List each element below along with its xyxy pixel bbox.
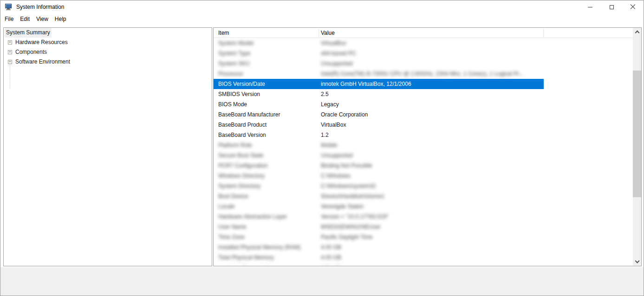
category-tree-panel: System Summary Hardware Resources Compon… — [3, 27, 212, 266]
value-cell: MSEDGEWIN10\IEUser — [319, 222, 544, 232]
value-cell: 2.5 — [319, 89, 544, 99]
list-row[interactable]: Hardware Abstraction Layer Version = "10… — [214, 212, 544, 222]
item-cell: Installed Physical Memory (RAM) — [214, 242, 319, 252]
list-row[interactable]: Platform Role Mobile — [214, 140, 544, 150]
value-cell: Legacy — [319, 99, 544, 109]
value-cell: Version = "10.0.17763.529" — [319, 212, 544, 222]
list-row[interactable]: Windows Directory C:\Windows — [214, 171, 544, 181]
menu-item[interactable]: View — [33, 14, 52, 24]
close-button[interactable] — [622, 0, 644, 13]
list-row[interactable]: System Directory C:\Windows\system32 — [214, 181, 544, 191]
tree-item[interactable]: Software Environment — [4, 57, 212, 67]
item-cell: PCR7 Configuration — [214, 161, 319, 171]
value-cell: Verenigde Staten — [319, 201, 544, 212]
minimize-button[interactable] — [579, 0, 601, 13]
list-row[interactable]: Locale Verenigde Staten — [214, 201, 544, 212]
value-cell: Mobile — [319, 140, 544, 150]
item-cell: System Model — [214, 38, 319, 48]
tree-item[interactable]: Components — [4, 47, 212, 57]
list-row[interactable]: Processor Intel(R) Core(TM) i5-7300U CPU… — [214, 69, 544, 79]
list-row[interactable]: System Type x64-based PC — [214, 48, 544, 58]
value-cell: Unsupported — [319, 58, 544, 69]
item-cell: Processor — [214, 69, 319, 79]
list-row[interactable]: Secure Boot State Unsupported — [214, 150, 544, 161]
menu-item[interactable]: File — [1, 14, 17, 24]
value-cell: 4.00 GB — [319, 242, 544, 252]
value-cell: C:\Windows — [319, 171, 544, 181]
item-cell: Locale — [214, 201, 319, 212]
item-cell: BaseBoard Product — [214, 120, 319, 130]
expand-plus-icon[interactable] — [8, 50, 12, 54]
item-cell: Boot Device — [214, 191, 319, 201]
maximize-button[interactable] — [601, 0, 622, 13]
value-cell: 4.00 GB — [319, 252, 544, 263]
find-bar: Find what: Find Close Find Search select… — [0, 267, 644, 296]
item-cell: BIOS Mode — [214, 99, 319, 109]
value-cell: 1.2 — [319, 130, 544, 140]
item-cell: System Directory — [214, 181, 319, 191]
item-cell: BIOS Version/Date — [214, 79, 319, 89]
item-cell: Windows Directory — [214, 171, 319, 181]
list-row[interactable]: User Name MSEDGEWIN10\IEUser — [214, 222, 544, 232]
value-cell: Binding Not Possible — [319, 161, 544, 171]
list-row[interactable]: SMBIOS Version 2.5 — [214, 89, 544, 99]
column-header-value[interactable]: Value — [321, 28, 335, 38]
value-cell: innotek GmbH VirtualBox, 12/1/2006 — [319, 79, 544, 89]
close-icon — [630, 4, 636, 10]
menu-bar: FileEditViewHelp — [0, 13, 644, 25]
list-row[interactable]: Available Physical Memory 3.54 GB — [214, 263, 544, 266]
value-cell: VirtualBox — [319, 120, 544, 130]
tree-item[interactable]: Hardware Resources — [4, 38, 212, 47]
item-cell: BaseBoard Manufacturer — [214, 109, 319, 120]
app-icon — [5, 4, 13, 10]
tree-item[interactable]: System Summary — [4, 28, 212, 38]
list-header: Item Value — [214, 28, 641, 38]
value-cell: Oracle Corporation — [319, 109, 544, 120]
expand-plus-icon[interactable] — [8, 60, 12, 64]
list-row[interactable]: BIOS Version/Date innotek GmbH VirtualBo… — [214, 79, 544, 89]
menu-item[interactable]: Edit — [17, 14, 33, 24]
item-cell: Total Physical Memory — [214, 252, 319, 263]
list-row[interactable]: System Model VirtualBox — [214, 38, 544, 48]
list-row[interactable]: BaseBoard Product VirtualBox — [214, 120, 544, 130]
value-cell: x64-based PC — [319, 48, 544, 58]
scroll-down-button[interactable] — [633, 258, 641, 266]
list-row[interactable]: BaseBoard Version 1.2 — [214, 130, 544, 140]
scrollbar-thumb[interactable] — [633, 71, 641, 197]
menu-item[interactable]: Help — [52, 14, 70, 24]
scroll-up-button[interactable] — [633, 28, 641, 36]
list-row[interactable]: BaseBoard Manufacturer Oracle Corporatio… — [214, 109, 544, 120]
item-cell: System Type — [214, 48, 319, 58]
vertical-scrollbar[interactable] — [633, 28, 641, 266]
item-cell: SMBIOS Version — [214, 89, 319, 99]
list-row[interactable]: PCR7 Configuration Binding Not Possible — [214, 161, 544, 171]
expand-plus-icon[interactable] — [8, 40, 12, 45]
item-cell: Secure Boot State — [214, 150, 319, 161]
item-cell: Time Zone — [214, 232, 319, 242]
list-row[interactable]: BIOS Mode Legacy — [214, 99, 544, 109]
window-title: System Information — [16, 4, 64, 10]
detail-list-panel: Item Value System Model VirtualBox Syste… — [213, 27, 642, 266]
maximize-icon — [610, 5, 614, 9]
item-cell: BaseBoard Version — [214, 130, 319, 140]
list-row[interactable]: Boot Device \Device\HarddiskVolume1 — [214, 191, 544, 201]
caption-buttons — [579, 0, 644, 13]
minimize-icon — [588, 7, 592, 7]
chevron-up-icon — [635, 31, 639, 35]
list-row[interactable]: Installed Physical Memory (RAM) 4.00 GB — [214, 242, 544, 252]
item-cell: System SKU — [214, 58, 319, 69]
item-cell: Available Physical Memory — [214, 263, 319, 266]
list-row[interactable]: Time Zone Pacific Daylight Time — [214, 232, 544, 242]
column-header-item[interactable]: Item — [218, 28, 229, 38]
column-divider[interactable] — [543, 29, 544, 37]
list-row[interactable]: Total Physical Memory 4.00 GB — [214, 252, 544, 263]
column-divider[interactable] — [319, 29, 319, 37]
value-cell: 3.54 GB — [319, 263, 544, 266]
chevron-down-icon — [635, 259, 639, 264]
system-information-window: System Information FileEditViewHelp Syst… — [0, 0, 644, 296]
value-cell: Unsupported — [319, 150, 544, 161]
item-cell: Platform Role — [214, 140, 319, 150]
value-cell: Intel(R) Core(TM) i5-7300U CPU @ 2.60GHz… — [319, 69, 544, 79]
list-row[interactable]: System SKU Unsupported — [214, 58, 544, 69]
tree-connector-line — [10, 63, 10, 89]
